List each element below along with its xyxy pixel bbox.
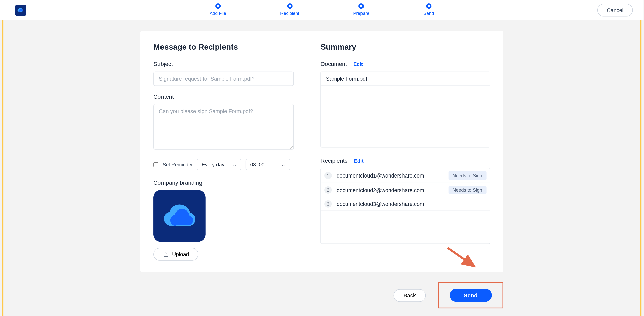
stepper: Add File Recipient Prepare Send [210,3,434,16]
cloud-icon [17,6,24,14]
step-send[interactable]: Send [423,3,434,16]
step-recipient[interactable]: Recipient [280,3,299,16]
step-label: Recipient [280,11,299,16]
header: Add File Recipient Prepare Send Cancel [0,0,643,20]
step-label: Add File [210,11,226,16]
step-prepare[interactable]: Prepare [353,3,369,16]
step-label: Send [423,11,434,16]
cancel-button[interactable]: Cancel [597,4,633,17]
step-add-file[interactable]: Add File [210,3,226,16]
step-label: Prepare [353,11,369,16]
app-logo [15,4,26,16]
